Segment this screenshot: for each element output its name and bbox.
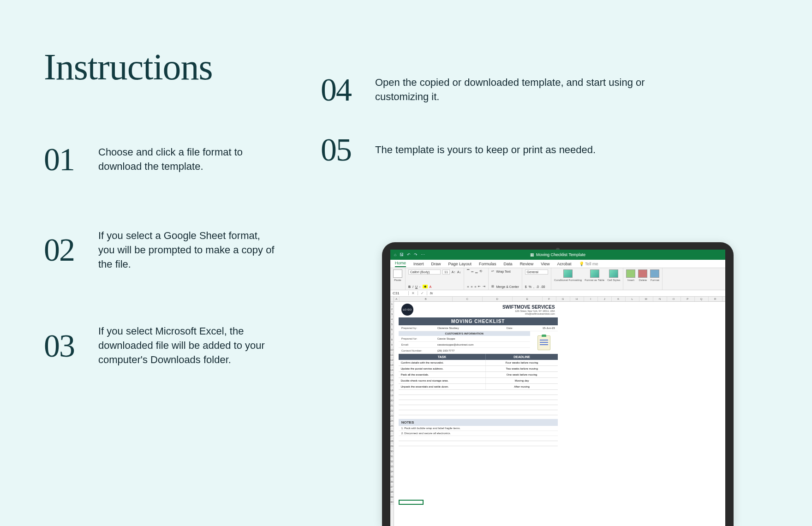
email-value: cassiestoppe@dcontract.com bbox=[437, 343, 474, 346]
sheet-area: 1234567891011121314151617181920212223242… bbox=[390, 297, 725, 526]
more-icon: ⋯ bbox=[421, 252, 425, 257]
font-select: Calibri (Body) bbox=[408, 269, 441, 275]
task-row: Unpack the essentials and settle down.Af… bbox=[399, 384, 558, 390]
excel-ribbon: Paste Calibri (Body)11A↑A↓ BIU▫◆A ▔═▁⟲ ≡… bbox=[390, 268, 725, 290]
menu-formulas: Formulas bbox=[479, 262, 496, 266]
step-number: 05 bbox=[321, 134, 362, 166]
col-deadline: DEADLINE bbox=[486, 354, 557, 360]
col-headers: ABCDEFGHIJKLMNOPQRST bbox=[394, 297, 725, 302]
step-text: If you select Microsoft Excel, the downl… bbox=[98, 324, 275, 367]
home-icon: ⌂ bbox=[394, 252, 396, 257]
email-label: Email: bbox=[401, 343, 437, 346]
wrap-text-icon: ↩ bbox=[491, 269, 494, 273]
name-box: C31 bbox=[390, 291, 409, 295]
tablet-mockup: ⌂ 🖫 ↶ ↷ ⋯ ▦ Moving Checklist Template Ho… bbox=[382, 242, 734, 526]
doc-heading: MOVING CHECKLIST bbox=[399, 317, 558, 325]
task-row: Double check rooms and storage area.Movi… bbox=[399, 378, 558, 384]
format-table-label: Format as Table bbox=[585, 279, 604, 281]
merge-icon: ⊞ bbox=[491, 285, 494, 288]
bold-icon: B bbox=[408, 285, 411, 288]
step-text: Choose and click a file format to downlo… bbox=[98, 145, 275, 174]
delete-cell-icon bbox=[638, 269, 647, 278]
template-document: LO GO SWIFTMOVE SERVICES 12th Street, Ne… bbox=[399, 302, 558, 446]
align-center-icon: ≡ bbox=[471, 285, 472, 288]
fontsize-select: 11 bbox=[442, 269, 450, 275]
format-cell-icon bbox=[650, 269, 659, 278]
prepared-by-label: Prepared by: bbox=[401, 327, 437, 329]
logo: LO GO bbox=[401, 304, 413, 316]
selected-cell bbox=[399, 500, 424, 505]
align-mid-icon: ═ bbox=[471, 270, 473, 273]
font-color-icon: A bbox=[430, 285, 432, 288]
customer-info-header: CUSTOMER'S INFORMATION bbox=[399, 331, 530, 336]
page-title: Instructions bbox=[44, 46, 275, 88]
step-text: Open the copied or downloaded template, … bbox=[375, 76, 653, 104]
prepared-by-value: Clarence Stuckey bbox=[437, 327, 507, 329]
step-5: 05 The template is yours to keep or prin… bbox=[321, 134, 653, 166]
save-icon: 🖫 bbox=[400, 252, 404, 257]
menu-draw: Draw bbox=[431, 262, 441, 266]
notes-header: NOTES bbox=[399, 419, 558, 426]
date-label: Date: bbox=[507, 327, 543, 329]
cond-format-label: Conditional Formatting bbox=[554, 279, 582, 281]
menu-review: Review bbox=[520, 262, 534, 266]
format-table-icon bbox=[590, 269, 599, 278]
menu-home: Home bbox=[395, 261, 406, 267]
note-2: 2. Disconnect and secure all electronics… bbox=[399, 431, 558, 436]
excel-titlebar: ⌂ 🖫 ↶ ↷ ⋯ ▦ Moving Checklist Template bbox=[390, 250, 725, 260]
step-number: 01 bbox=[44, 143, 85, 176]
merge-label: Merge & Center bbox=[496, 285, 519, 288]
step-text: The template is yours to keep or print a… bbox=[375, 143, 596, 157]
note-1: 1. Pack with bubble wrap and label fragi… bbox=[399, 426, 558, 431]
clipboard-icon bbox=[537, 335, 550, 350]
task-row: Confirm details with the removalist.Four… bbox=[399, 360, 558, 366]
wrap-text-label: Wrap Text bbox=[496, 270, 510, 273]
step-1: 01 Choose and click a file format to dow… bbox=[44, 143, 275, 176]
cond-format-icon bbox=[563, 269, 573, 278]
row-headers: 1234567891011121314151617181920212223242… bbox=[390, 297, 394, 526]
menu-data: Data bbox=[504, 262, 513, 266]
dec-font-icon: A↓ bbox=[457, 270, 461, 274]
number-format: General bbox=[525, 269, 548, 275]
comma-icon: , bbox=[533, 285, 534, 288]
cell-styles-label: Cell Styles bbox=[607, 279, 620, 281]
date-value: 15-Jun-23 bbox=[543, 327, 555, 329]
undo-icon: ↶ bbox=[407, 252, 411, 257]
inc-font-icon: A↑ bbox=[452, 270, 455, 274]
menu-page-layout: Page Layout bbox=[448, 262, 472, 266]
border-icon: ▫ bbox=[419, 285, 420, 288]
paste-label: Paste bbox=[394, 279, 401, 281]
company-name: SWIFTMOVE SERVICES bbox=[502, 305, 555, 310]
menu-insert: Insert bbox=[413, 262, 424, 266]
percent-icon: % bbox=[529, 285, 531, 288]
enter-icon: ✓ bbox=[418, 291, 427, 295]
contact-label: Contact Number: bbox=[401, 349, 437, 352]
paste-icon bbox=[393, 269, 402, 278]
redo-icon: ↷ bbox=[414, 252, 418, 257]
align-top-icon: ▔ bbox=[467, 269, 469, 273]
document-title: Moving Checklist Template bbox=[536, 252, 585, 257]
italic-icon: I bbox=[412, 285, 413, 288]
delete-label: Delete bbox=[639, 279, 647, 281]
cell-styles-icon bbox=[609, 269, 618, 278]
align-right-icon: ≡ bbox=[474, 285, 476, 288]
fill-icon: ◆ bbox=[423, 285, 428, 288]
step-3: 03 If you select Microsoft Excel, the do… bbox=[44, 324, 275, 367]
indent-icon: ⇤ bbox=[478, 285, 481, 288]
step-number: 02 bbox=[44, 234, 85, 266]
menu-view: View bbox=[541, 262, 549, 266]
excel-menu: Home Insert Draw Page Layout Formulas Da… bbox=[390, 260, 725, 268]
align-bot-icon: ▁ bbox=[475, 269, 478, 273]
prepared-for-value: Cassie Stoppe bbox=[437, 337, 455, 340]
step-number: 03 bbox=[44, 330, 85, 362]
cancel-icon: ✕ bbox=[409, 291, 418, 295]
insert-label: Insert bbox=[627, 279, 634, 281]
step-text: If you select a Google Sheet format, you… bbox=[98, 229, 275, 271]
menu-tellme: 💡 Tell me bbox=[579, 262, 598, 266]
insert-cell-icon bbox=[626, 269, 635, 278]
excel-screenshot: ⌂ 🖫 ↶ ↷ ⋯ ▦ Moving Checklist Template Ho… bbox=[390, 250, 725, 526]
formula-bar: C31 ✕ ✓ fx bbox=[390, 290, 725, 297]
step-2: 02 If you select a Google Sheet format, … bbox=[44, 229, 275, 271]
excel-doc-icon: ▦ bbox=[530, 252, 534, 257]
orientation-icon: ⟲ bbox=[479, 269, 482, 273]
